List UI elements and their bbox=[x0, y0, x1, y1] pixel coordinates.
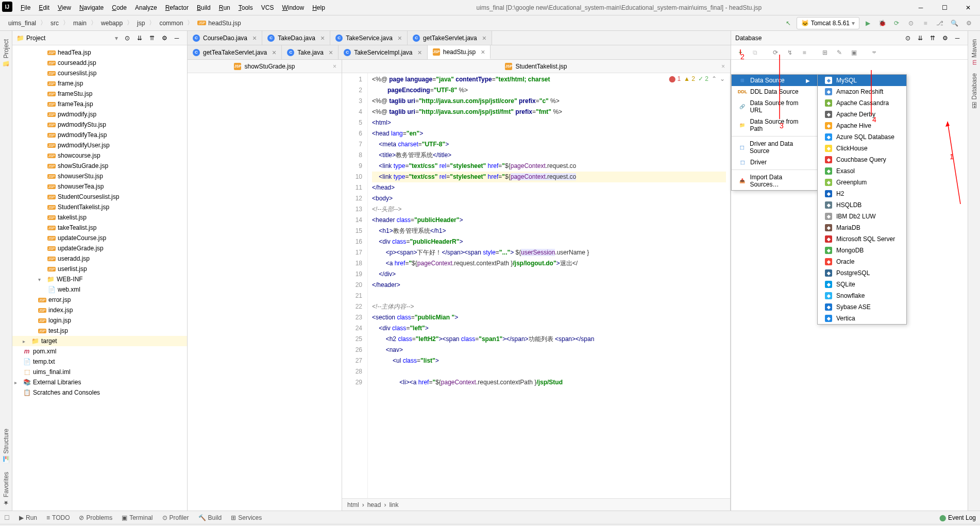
menu-run[interactable]: Run bbox=[215, 0, 234, 15]
breadcrumb-item[interactable]: jsp bbox=[134, 20, 148, 27]
console-icon[interactable]: ▣ bbox=[848, 46, 860, 59]
editor-tab[interactable]: CgetTeaTakeServlet.java× bbox=[188, 45, 282, 59]
close-tab-icon[interactable]: × bbox=[329, 48, 333, 57]
menu-item-apache-cassandra[interactable]: ◆Apache Cassandra bbox=[818, 97, 906, 109]
menu-item-sybase-ase[interactable]: ◆Sybase ASE bbox=[818, 301, 906, 313]
sidebar-tab-project[interactable]: 📁 Project bbox=[2, 35, 11, 72]
tree-folder-webinf[interactable]: ▾📁WEB-INF bbox=[12, 274, 187, 284]
tree-file[interactable]: JSPpwdmodifyTea.jsp bbox=[12, 130, 187, 140]
menu-item-couchbase-query[interactable]: ◆Couchbase Query bbox=[818, 154, 906, 165]
minimize-icon[interactable]: ─ bbox=[951, 32, 964, 44]
tree-file[interactable]: JSPpwdmodify.jsp bbox=[12, 109, 187, 120]
tree-file[interactable]: JSPindex.jsp bbox=[12, 305, 187, 315]
tool-build[interactable]: 🔨 Build bbox=[198, 514, 222, 521]
tree-file[interactable]: JSPheadTea.jsp bbox=[12, 47, 187, 58]
close-tab-icon[interactable]: × bbox=[482, 34, 486, 42]
sidebar-tab-database[interactable]: 🗄 Database bbox=[970, 69, 979, 112]
menu-item-ibm-db2-luw[interactable]: ◆IBM Db2 LUW bbox=[818, 211, 906, 222]
tree-file[interactable]: JSPshowStuGrade.jsp bbox=[12, 161, 187, 171]
menu-item-mongodb[interactable]: ◆MongoDB bbox=[818, 245, 906, 256]
breadcrumb-item[interactable]: main bbox=[70, 20, 90, 27]
tree-file[interactable]: JSPframeTea.jsp bbox=[12, 99, 187, 109]
close-tab-icon[interactable]: × bbox=[252, 34, 257, 42]
event-log[interactable]: ⬤ Event Log bbox=[939, 514, 976, 521]
settings-icon[interactable]: ⚙ bbox=[939, 32, 951, 44]
profile-button[interactable]: ⊙ bbox=[905, 17, 917, 29]
menu-item-apache-hive[interactable]: ◆Apache Hive bbox=[818, 120, 906, 131]
menu-item[interactable]: ⬚Driver bbox=[732, 157, 817, 168]
breadcrumb-item[interactable]: uims_final bbox=[5, 20, 39, 27]
menu-item-mysql[interactable]: ◆MySQL bbox=[818, 75, 906, 86]
menu-item-clickhouse[interactable]: ◆ClickHouse bbox=[818, 143, 906, 154]
run-config-selector[interactable]: 🐱 Tomcat 8.5.61 ▾ bbox=[797, 17, 859, 29]
collapse-icon[interactable]: ⇊ bbox=[914, 32, 926, 44]
expand-all-icon[interactable]: ⇊ bbox=[133, 32, 146, 44]
tree-file[interactable]: JSPtest.jsp bbox=[12, 326, 187, 336]
add-datasource-button[interactable]: + bbox=[734, 46, 747, 59]
inspection-indicators[interactable]: ⬤ 1 ▲ 2 ✓ 2 ⌃⌄ bbox=[669, 75, 725, 82]
editor-tab[interactable]: JSPheadStu.jsp× bbox=[428, 45, 491, 59]
sidebar-tab-favorites[interactable]: ★ Favorites bbox=[2, 468, 11, 511]
breadcrumb[interactable]: uims_final〉src〉main〉webapp〉jsp〉common〉JS… bbox=[5, 19, 782, 27]
menu-item-amazon-redshift[interactable]: ◆Amazon Redshift bbox=[818, 86, 906, 97]
close-tab-icon[interactable]: × bbox=[398, 34, 402, 42]
tool-terminal[interactable]: ▣ Terminal bbox=[122, 514, 153, 521]
close-button[interactable]: ✕ bbox=[956, 0, 980, 15]
menu-item[interactable]: DDLDDL Data Source bbox=[732, 86, 817, 97]
menu-item-vertica[interactable]: ◆Vertica bbox=[818, 313, 906, 324]
duplicate-icon[interactable]: ⧉ bbox=[749, 46, 761, 59]
menu-vcs[interactable]: VCS bbox=[257, 0, 278, 15]
tree-file[interactable]: JSPupdateGrade.jsp bbox=[12, 243, 187, 253]
menu-item-oracle[interactable]: ◆Oracle bbox=[818, 256, 906, 267]
tree-file[interactable]: JSPcourseadd.jsp bbox=[12, 58, 187, 68]
menu-edit[interactable]: Edit bbox=[35, 0, 54, 15]
menu-item[interactable]: 📥Import Data Sources… bbox=[732, 172, 817, 190]
menu-view[interactable]: View bbox=[54, 0, 75, 15]
menu-code[interactable]: Code bbox=[108, 0, 131, 15]
tree-file[interactable]: JSPuserlist.jsp bbox=[12, 264, 187, 274]
breadcrumb-item[interactable]: common bbox=[156, 20, 186, 27]
editor-tab[interactable]: CgetTakeServlet.java× bbox=[408, 31, 492, 45]
menu-item-h2[interactable]: ◆H2 bbox=[818, 188, 906, 199]
expand-icon[interactable]: ⊙ bbox=[902, 32, 914, 44]
menu-tools[interactable]: Tools bbox=[234, 0, 257, 15]
hide-icon[interactable]: ⇈ bbox=[926, 32, 939, 44]
tree-section[interactable]: ▸📚External Libraries bbox=[12, 377, 187, 387]
menu-refactor[interactable]: Refactor bbox=[161, 0, 193, 15]
tree-file[interactable]: 📄web.xml bbox=[12, 284, 187, 295]
menu-item-exasol[interactable]: ◆Exasol bbox=[818, 165, 906, 177]
menu-window[interactable]: Window bbox=[278, 0, 308, 15]
table-icon[interactable]: ⊞ bbox=[819, 46, 831, 59]
menu-item[interactable]: 🔗Data Source from URL bbox=[732, 97, 817, 116]
sidebar-tab-maven[interactable]: m Maven bbox=[970, 35, 979, 69]
tree-file[interactable]: JSPshowuserTea.jsp bbox=[12, 181, 187, 192]
menu-item[interactable]: ⬚Driver and Data Source bbox=[732, 138, 817, 157]
editor-breadcrumbs[interactable]: html › head › link bbox=[342, 498, 730, 511]
tree-file[interactable]: JSPtakelist.jsp bbox=[12, 212, 187, 223]
minimize-button[interactable]: ─ bbox=[909, 0, 933, 15]
coverage-button[interactable]: ⟳ bbox=[890, 17, 903, 29]
tool-todo[interactable]: ≡ TODO bbox=[46, 514, 70, 521]
stop-button[interactable]: ■ bbox=[919, 17, 932, 29]
sub-tab-showstugrade[interactable]: JSP showStuGrade.jsp × bbox=[188, 60, 342, 73]
tree-file[interactable]: JSPStudentCourseslist.jsp bbox=[12, 192, 187, 202]
menu-file[interactable]: File bbox=[16, 0, 35, 15]
menu-item-greenplum[interactable]: ◆Greenplum bbox=[818, 177, 906, 188]
select-opened-icon[interactable]: ⊙ bbox=[121, 32, 133, 44]
tree-item[interactable]: 📄temp.txt bbox=[12, 357, 187, 367]
tool-problems[interactable]: ⊘ Problems bbox=[79, 514, 112, 521]
sub-tab-studenttakelist[interactable]: JSP StudentTakelist.jsp × bbox=[342, 60, 730, 73]
menu-item-sqlite[interactable]: ◆SQLite bbox=[818, 279, 906, 290]
tree-section[interactable]: 📋Scratches and Consoles bbox=[12, 387, 187, 398]
tree-file[interactable]: JSPStudentTakelist.jsp bbox=[12, 202, 187, 212]
run-button[interactable]: ▶ bbox=[861, 17, 874, 29]
settings-button[interactable]: ⚙ bbox=[962, 17, 975, 29]
tool-services[interactable]: ⊞ Services bbox=[231, 514, 262, 521]
code-editor[interactable]: 1234567891011121314151617181920212223242… bbox=[342, 73, 730, 498]
close-icon[interactable]: × bbox=[333, 63, 336, 70]
tree-file[interactable]: JSPpwdmodifyStu.jsp bbox=[12, 120, 187, 130]
menu-analyze[interactable]: Analyze bbox=[131, 0, 161, 15]
close-tab-icon[interactable]: × bbox=[272, 48, 276, 57]
tree-file[interactable]: JSPlogin.jsp bbox=[12, 315, 187, 326]
stop-icon[interactable]: ■ bbox=[798, 46, 810, 59]
